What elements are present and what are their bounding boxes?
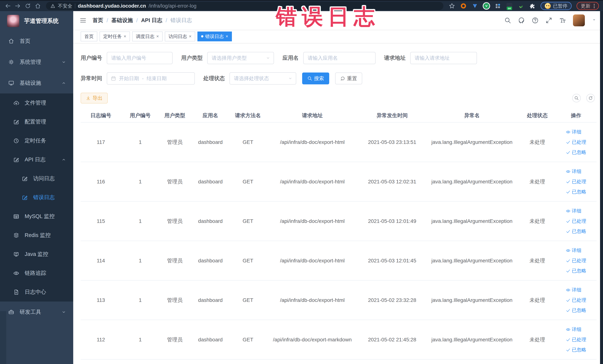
mark-processed-link[interactable]: 已处理 [566,178,586,185]
breadcrumb-api-logs[interactable]: API 日志 [141,17,162,24]
refresh-button[interactable] [586,94,595,102]
cell-user-id: 1 [121,280,159,320]
mark-processed-link[interactable]: 已处理 [566,218,586,224]
app-name-input[interactable] [303,52,376,64]
mark-ignored-link[interactable]: 已忽略 [566,188,586,195]
browser-update-chip[interactable]: 更新 [577,2,599,10]
extensions-puzzle-icon[interactable] [529,3,536,9]
mark-ignored-link[interactable]: 已忽略 [566,228,586,235]
cell-exception: java.lang.IllegalArgumentException [425,201,519,241]
close-icon[interactable]: × [189,34,191,39]
detail-link[interactable]: 详细 [566,168,581,175]
user-type-label: 用户类型 [181,54,203,62]
mark-processed-link[interactable]: 已处理 [566,297,586,303]
close-icon[interactable]: × [156,34,159,39]
sidebar-item-java-monitor[interactable]: Java 监控 [0,245,73,264]
user-id-input[interactable] [107,52,173,64]
font-size-icon[interactable] [559,17,566,24]
sidebar-item-home[interactable]: 首页 [0,31,73,52]
sidebar-item-log-center[interactable]: 日志中心 [0,282,73,302]
sidebar-item-redis-monitor[interactable]: Redis 监控 [0,226,73,245]
tab-access-logs[interactable]: 访问日志× [165,32,195,41]
sidebar-item-scheduled-jobs[interactable]: 定时任务 [0,131,73,150]
security-warning-icon[interactable] [50,3,55,8]
cell-time: 2021-05-02 23:32:28 [359,280,425,320]
exception-time-range-picker[interactable]: 开始日期 - 结束日期 [107,72,195,84]
cell-exception: java.lang.IllegalArgumentException [425,162,519,201]
sidebar-item-system-management[interactable]: 系统管理 [0,52,73,72]
search-button[interactable]: 搜索 [302,72,329,84]
sidebar-item-infrastructure[interactable]: 基础设施 [0,72,73,94]
sidebar-item-dev-tools[interactable]: 研发工具 [0,302,73,322]
sidebar-item-file-management[interactable]: 文件管理 [0,94,73,112]
request-url-input[interactable] [410,52,477,64]
mark-processed-link[interactable]: 已处理 [566,257,586,264]
caret-down-icon[interactable] [592,18,596,23]
sidebar-item-config-management[interactable]: 配置管理 [0,112,73,131]
address-bar[interactable]: 不安全 dashboard.yudao.iocoder.cn/infra/log… [46,2,443,10]
mark-processed-link[interactable]: 已处理 [566,336,586,343]
detail-link[interactable]: 详细 [566,287,581,293]
database-table-icon [13,214,19,219]
mark-ignored-link[interactable]: 已忽略 [566,347,586,353]
sidebar-item-api-logs[interactable]: API 日志 [0,150,73,169]
browser-scrollbar[interactable] [600,11,603,364]
tab-scheduled-jobs[interactable]: 定时任务× [100,32,130,41]
tab-home[interactable]: 首页 [81,32,97,41]
detail-link[interactable]: 详细 [566,208,581,214]
browser-reload-icon[interactable] [24,2,32,10]
breadcrumb-home[interactable]: 首页 [93,17,103,24]
tab-schedule-logs[interactable]: 调度日志× [132,32,162,41]
extension-grid-icon[interactable] [495,3,501,9]
sidebar-item-access-logs[interactable]: 访问日志 [0,169,73,188]
breadcrumb-separator: / [136,17,138,23]
browser-home-icon[interactable] [34,2,42,10]
help-icon[interactable] [532,17,538,24]
paused-extension-chip[interactable]: 已暂停 [541,2,572,10]
fullscreen-icon[interactable] [545,17,552,24]
user-type-select[interactable]: 请选择用户类型 [207,52,274,64]
extension-plant-icon[interactable] [518,3,524,9]
detail-link[interactable]: 详细 [566,129,581,135]
app-logo-row[interactable]: 芋道管理系统 [0,11,73,31]
sidebar-item-error-logs[interactable]: 错误日志 [0,188,73,207]
toggle-search-button[interactable] [572,94,581,102]
hamburger-icon[interactable] [80,17,87,24]
mark-ignored-link[interactable]: 已忽略 [566,268,586,274]
browser-back-icon[interactable] [4,2,12,10]
select-placeholder: 请选择用户类型 [212,55,247,61]
extension-green-icon[interactable] [483,3,490,9]
sidebar-item-label: 首页 [20,37,30,45]
browser-forward-icon[interactable] [14,2,22,10]
cell-url: /api/infra/db-doc/export-html [265,201,359,241]
bookmark-star-icon[interactable] [449,3,455,9]
github-icon[interactable] [518,17,525,24]
sidebar-item-label: 访问日志 [33,175,55,182]
tags-view-bar: 首页 定时任务× 调度日志× 访问日志× 错误日志× [73,30,603,43]
cell-user-id: 1 [121,162,159,201]
sidebar-item-trace[interactable]: 链路追踪 [0,264,73,282]
sidebar-item-mysql-monitor[interactable]: MySQL 监控 [0,207,73,226]
detail-link[interactable]: 详细 [566,247,581,254]
detail-link[interactable]: 详细 [566,326,581,333]
mark-ignored-link[interactable]: 已忽略 [566,307,586,314]
cell-user-type: 管理员 [159,241,190,280]
tab-label: 定时任务 [103,33,122,39]
mark-ignored-link[interactable]: 已忽略 [566,149,586,156]
col-exception-time: 异常发生时间 [359,109,425,122]
mark-processed-link[interactable]: 已处理 [566,139,586,145]
browser-menu-kebab-icon[interactable] [594,4,595,8]
process-status-select[interactable]: 请选择处理状态 [230,72,296,84]
close-icon[interactable]: × [124,34,126,39]
search-icon[interactable] [504,17,511,24]
extension-on-badge-icon[interactable]: on [506,3,513,9]
breadcrumb-infrastructure[interactable]: 基础设施 [111,17,133,24]
tab-error-logs[interactable]: 错误日志× [197,32,232,41]
export-button[interactable]: 导出 [81,93,108,104]
extension-orange-icon[interactable] [460,3,467,9]
close-icon[interactable]: × [226,34,228,39]
extension-shield-icon[interactable] [472,3,478,9]
cell-log-id: 116 [81,162,121,201]
reset-button[interactable]: 重置 [335,72,362,84]
user-avatar[interactable] [573,14,585,26]
